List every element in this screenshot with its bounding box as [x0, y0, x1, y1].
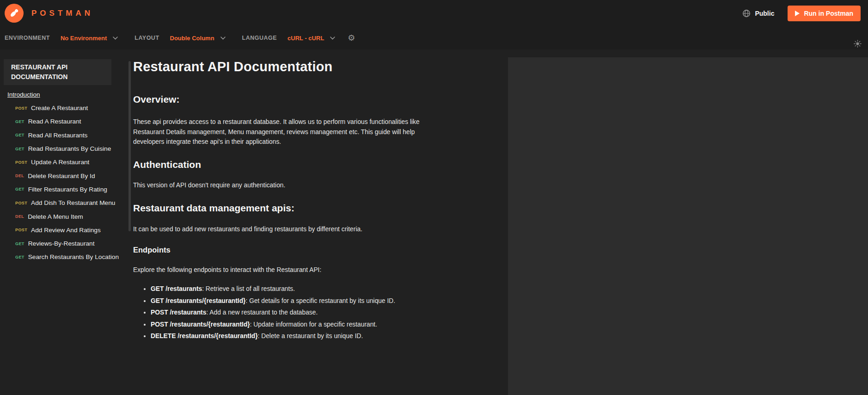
data-management-paragraph: It can be used to add new restaurants an… — [133, 224, 433, 235]
request-label: Read Restaurants By Cuisine — [28, 145, 111, 152]
endpoint-bullet: GET /restaurants/{restaurantId}: Get det… — [151, 297, 438, 304]
method-badge: DEL — [15, 173, 24, 178]
request-label: Add Review And Ratings — [31, 227, 101, 234]
endpoint-method-path: POST /restaurants — [151, 309, 206, 316]
request-label: Update A Restaurant — [31, 159, 89, 166]
method-badge: GET — [15, 133, 24, 137]
environment-label: ENVIRONMENT — [5, 35, 50, 41]
endpoints-heading: Endpoints — [133, 246, 508, 254]
sidebar-request-item[interactable]: DEL Delete A Menu Item — [0, 210, 122, 223]
app-header: POSTMAN Public Run in Postman — [0, 0, 868, 26]
overview-heading: Overview: — [133, 94, 508, 105]
sidebar-request-item[interactable]: GET Filter Restaurants By Rating — [0, 183, 122, 196]
method-badge: GET — [15, 147, 24, 151]
overview-paragraph: These api provides access to a restauran… — [133, 117, 433, 147]
postman-logo[interactable]: POSTMAN — [5, 4, 93, 23]
endpoint-description: : Retrieve a list of all restaurants. — [202, 285, 295, 292]
sidebar-request-item[interactable]: GET Read Restaurants By Cuisine — [0, 142, 122, 155]
brand-text: POSTMAN — [31, 9, 93, 18]
endpoints-bullet-list: GET /restaurants: Retrieve a list of all… — [133, 285, 438, 339]
docs-sidebar: RESTAURANT API DOCUMENTATION Introductio… — [0, 49, 122, 395]
method-badge: GET — [15, 255, 24, 259]
endpoint-description: : Delete a restaurant by its unique ID. — [258, 333, 363, 339]
method-badge: POST — [15, 160, 27, 165]
endpoint-method-path: DELETE /restaurants/{restaurantId} — [151, 333, 258, 339]
page-title: Restaurant API Documentation — [133, 59, 508, 74]
endpoint-method-path: GET /restaurants/{restaurantId} — [151, 297, 246, 304]
method-badge: GET — [15, 119, 24, 124]
endpoint-description: : Get details for a specific restaurant … — [246, 297, 396, 304]
docs-toolbar: ENVIRONMENT No Environment LAYOUT Double… — [0, 26, 868, 49]
endpoint-bullet: GET /restaurants: Retrieve a list of all… — [151, 285, 438, 292]
method-badge: POST — [15, 201, 27, 205]
endpoint-bullet: DELETE /restaurants/{restaurantId}: Dele… — [151, 333, 438, 339]
endpoint-description: : Update information for a specific rest… — [250, 321, 377, 328]
request-label: Filter Restaurants By Rating — [28, 186, 107, 193]
data-management-heading: Restaurant data management apis: — [133, 203, 508, 214]
request-label: Delete A Menu Item — [28, 213, 83, 220]
layout-label: LAYOUT — [134, 35, 159, 41]
chevron-down-icon — [330, 37, 335, 40]
collection-title[interactable]: RESTAURANT API DOCUMENTATION — [4, 59, 111, 85]
layout-dropdown[interactable]: Double Column — [170, 35, 226, 42]
method-badge: POST — [15, 106, 27, 111]
request-label: Add Dish To Restaurant Menu — [31, 199, 115, 206]
globe-icon — [742, 9, 751, 18]
endpoint-bullet: POST /restaurants: Add a new restaurant … — [151, 309, 438, 316]
endpoint-method-path: GET /restaurants — [151, 285, 202, 292]
endpoints-paragraph: Explore the following endpoints to inter… — [133, 265, 433, 275]
code-example-panel — [508, 57, 868, 395]
play-icon — [795, 11, 800, 16]
language-dropdown[interactable]: cURL - cURL — [287, 35, 335, 42]
method-badge: GET — [15, 187, 24, 191]
language-settings-gear-icon[interactable]: ⚙ — [348, 34, 355, 42]
sidebar-request-item[interactable]: POST Add Dish To Restaurant Menu — [0, 196, 122, 210]
language-label: LANGUAGE — [242, 35, 277, 41]
endpoint-description: : Add a new restaurant to the database. — [206, 309, 318, 316]
request-label: Reviews-By-Restaurant — [28, 240, 95, 247]
sidebar-request-item[interactable]: POST Create A Restaurant — [0, 101, 122, 115]
visibility-status: Public — [755, 10, 774, 17]
method-badge: POST — [15, 228, 27, 232]
endpoint-method-path: POST /restaurants/{restaurantId} — [151, 321, 250, 328]
run-button-label: Run in Postman — [804, 10, 853, 17]
sidebar-scrollbar-thumb[interactable] — [128, 61, 131, 231]
method-badge: DEL — [15, 214, 24, 219]
environment-dropdown[interactable]: No Environment — [61, 35, 118, 42]
endpoint-bullet: POST /restaurants/{restaurantId}: Update… — [151, 321, 438, 328]
sidebar-request-item[interactable]: GET Read A Restaurant — [0, 115, 122, 128]
method-badge: GET — [15, 241, 24, 246]
run-in-postman-button[interactable]: Run in Postman — [788, 6, 861, 21]
doc-content: Restaurant API Documentation Overview: T… — [122, 49, 508, 395]
sidebar-request-item[interactable]: POST Add Review And Ratings — [0, 223, 122, 237]
request-label: Read All Restaurants — [28, 132, 88, 139]
request-label: Read A Restaurant — [28, 118, 81, 125]
sidebar-request-item[interactable]: GET Reviews-By-Restaurant — [0, 237, 122, 250]
sidebar-request-item[interactable]: POST Update A Restaurant — [0, 155, 122, 169]
chevron-down-icon — [113, 37, 118, 40]
sidebar-request-item[interactable]: GET Search Restaurants By Location — [0, 250, 122, 264]
request-label: Search Restaurants By Location — [28, 253, 119, 260]
postman-astronaut-icon — [5, 4, 24, 23]
theme-toggle-sun-icon[interactable] — [854, 40, 862, 48]
authentication-heading: Authentication — [133, 159, 508, 170]
request-label: Delete Restaurant By Id — [28, 173, 95, 179]
sidebar-request-item[interactable]: DEL Delete Restaurant By Id — [0, 169, 122, 182]
sidebar-request-item[interactable]: GET Read All Restaurants — [0, 129, 122, 142]
sidebar-introduction-link[interactable]: Introduction — [7, 91, 40, 98]
authentication-paragraph: This version of API doesn't require any … — [133, 180, 433, 191]
request-label: Create A Restaurant — [31, 105, 88, 111]
chevron-down-icon — [220, 37, 226, 40]
sidebar-request-list: POST Create A Restaurant GET Read A Rest… — [0, 101, 122, 264]
